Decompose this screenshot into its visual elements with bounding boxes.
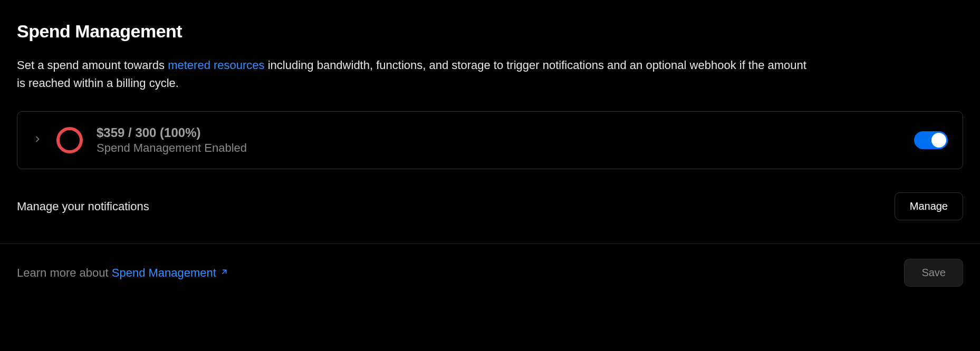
notifications-row: Manage your notifications Manage: [17, 192, 963, 220]
footer-bar: Learn more about Spend Management Save: [0, 243, 980, 301]
status-left-group: $359 / 300 (100%) Spend Management Enabl…: [32, 125, 247, 155]
toggle-knob: [931, 133, 946, 148]
notifications-label: Manage your notifications: [17, 200, 149, 213]
status-text-group: $359 / 300 (100%) Spend Management Enabl…: [97, 125, 247, 155]
description-text: Set a spend amount towards metered resou…: [17, 56, 808, 92]
description-part1: Set a spend amount towards: [17, 58, 168, 72]
spend-management-docs-link[interactable]: Spend Management: [112, 266, 229, 280]
spend-management-toggle[interactable]: [914, 131, 948, 149]
spend-status-label: Spend Management Enabled: [97, 141, 247, 155]
page-title: Spend Management: [17, 21, 963, 42]
status-ring-icon: [55, 126, 84, 154]
manage-button[interactable]: Manage: [895, 192, 963, 220]
spend-status-card: $359 / 300 (100%) Spend Management Enabl…: [17, 111, 963, 169]
footer-text: Learn more about Spend Management: [17, 266, 229, 280]
spend-amount: $359 / 300 (100%): [97, 125, 247, 140]
metered-resources-link[interactable]: metered resources: [168, 58, 264, 72]
save-button[interactable]: Save: [904, 259, 963, 287]
external-link-icon: [219, 266, 229, 280]
svg-point-0: [58, 129, 81, 152]
chevron-right-icon[interactable]: [32, 134, 43, 147]
footer-link-text: Spend Management: [112, 266, 216, 280]
footer-prefix: Learn more about: [17, 266, 112, 279]
